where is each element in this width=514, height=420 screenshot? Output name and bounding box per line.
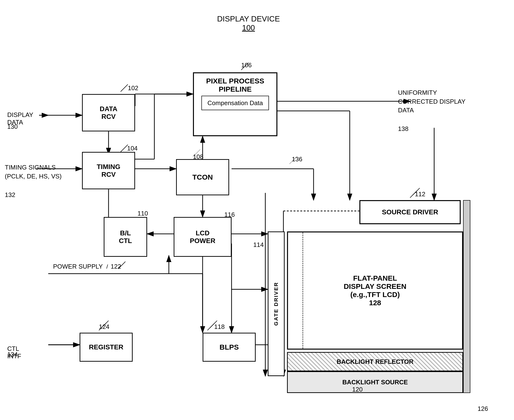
register-ref: 124 xyxy=(99,323,109,330)
timing-rcv-box: TIMING RCV xyxy=(82,152,135,189)
gate-driver-box: GATE DRIVER xyxy=(268,232,285,376)
backlight-source-ref: 120 xyxy=(352,386,363,393)
svg-line-39 xyxy=(121,84,128,92)
uniformity-label: UNIFORMITY CORRECTED DISPLAY DATA 138 xyxy=(398,80,466,142)
pixel-pipeline-ref: 106 xyxy=(241,61,252,69)
source-driver-ref: 112 xyxy=(415,190,425,198)
tcon-box: TCON xyxy=(176,159,229,195)
backlight-reflector-box: BACKLIGHT REFLECTOR xyxy=(287,352,463,371)
display-data-ref: 130 xyxy=(7,123,18,130)
backlight-reflector-label: BACKLIGHT REFLECTOR xyxy=(337,358,414,366)
source-driver-box: SOURCE DRIVER xyxy=(359,200,461,224)
bl-ctl-box: B/L CTL xyxy=(104,217,147,257)
blps-ref: 118 xyxy=(214,323,225,330)
timing-rcv-ref: 104 xyxy=(127,145,137,152)
compensation-data-box: Compensation Data xyxy=(201,96,269,110)
title-display-device: DISPLAY DEVICE 100 xyxy=(217,15,280,32)
data-rcv-ref: 102 xyxy=(128,84,138,92)
ref-136: 136 xyxy=(292,156,302,163)
flat-panel-box: FLAT-PANEL DISPLAY SCREEN (e.g.,TFT LCD)… xyxy=(287,232,463,350)
svg-line-36 xyxy=(207,323,215,330)
pixel-pipeline-box: PIXEL PROCESS PIPELINE Compensation Data xyxy=(193,72,277,136)
ref-126: 126 xyxy=(477,405,488,412)
bl-ctl-ref: 110 xyxy=(137,210,148,217)
diagram: DISPLAY DEVICE 100 DISPLAY DATA 130 TIMI… xyxy=(0,0,514,420)
power-supply-label: POWER SUPPLY / 122 xyxy=(53,263,121,270)
lcd-power-ref: 116 xyxy=(224,211,235,218)
tcon-ref: 108 xyxy=(193,153,203,161)
display-right-border xyxy=(463,200,470,393)
timing-signals-label: TIMING SIGNALS (PCLK, DE, HS, VS) 132 xyxy=(5,154,62,208)
gate-driver-ref: 114 xyxy=(253,241,264,248)
ctl-intf-ref: 134 xyxy=(7,351,18,358)
backlight-source-box: BACKLIGHT SOURCE xyxy=(287,371,463,393)
blps-box: BLPS xyxy=(203,333,256,362)
register-box: REGISTER xyxy=(80,333,133,362)
svg-line-40 xyxy=(121,145,128,152)
data-rcv-box: DATA RCV xyxy=(82,94,135,131)
lcd-power-box: LCD POWER xyxy=(174,217,232,257)
